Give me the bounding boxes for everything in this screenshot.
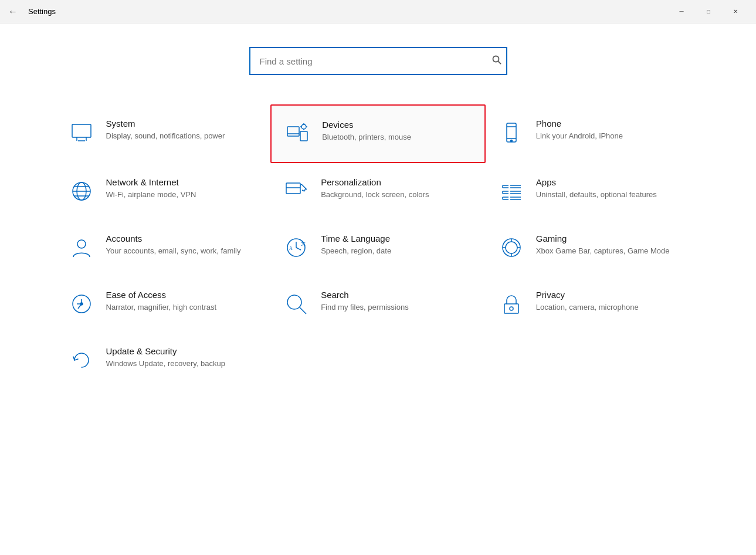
setting-desc-apps: Uninstall, defaults, optional features xyxy=(536,189,657,200)
setting-text-time: Time & Language Speech, region, date xyxy=(321,233,391,256)
svg-rect-23 xyxy=(286,183,300,194)
svg-line-47 xyxy=(296,248,301,250)
setting-desc-accounts: Your accounts, email, sync, work, family xyxy=(106,246,241,256)
search-input[interactable] xyxy=(249,47,507,75)
ease-icon xyxy=(67,290,96,318)
titlebar-title: Settings xyxy=(28,7,56,16)
titlebar: ← Settings ─ □ ✕ xyxy=(0,0,756,23)
titlebar-controls: ─ □ ✕ xyxy=(668,2,749,21)
setting-text-accounts: Accounts Your accounts, email, sync, wor… xyxy=(106,233,241,256)
svg-rect-61 xyxy=(504,304,518,313)
devices-icon xyxy=(283,120,311,148)
network-icon xyxy=(67,177,96,205)
time-icon: A 文 xyxy=(282,233,310,262)
search-icon xyxy=(282,290,310,318)
svg-point-58 xyxy=(80,303,83,305)
setting-name-gaming: Gaming xyxy=(536,233,670,243)
setting-desc-gaming: Xbox Game Bar, captures, Game Mode xyxy=(536,246,670,256)
svg-point-51 xyxy=(506,242,517,253)
svg-text:文: 文 xyxy=(301,241,306,246)
setting-item-accounts[interactable]: Accounts Your accounts, email, sync, wor… xyxy=(56,219,271,276)
setting-name-apps: Apps xyxy=(536,177,657,187)
svg-line-60 xyxy=(300,307,306,314)
svg-rect-14 xyxy=(507,123,516,142)
setting-name-search: Search xyxy=(321,290,409,300)
system-icon xyxy=(67,119,96,147)
setting-item-personalization[interactable]: Personalization Background, lock screen,… xyxy=(270,163,486,219)
svg-point-17 xyxy=(510,140,512,142)
setting-item-privacy[interactable]: Privacy Location, camera, microphone xyxy=(486,276,701,332)
setting-name-accounts: Accounts xyxy=(106,233,241,243)
setting-desc-phone: Link your Android, iPhone xyxy=(536,131,623,141)
setting-text-apps: Apps Uninstall, defaults, optional featu… xyxy=(536,177,657,200)
apps-icon xyxy=(497,177,526,205)
setting-desc-personalization: Background, lock screen, colors xyxy=(321,189,429,200)
setting-name-phone: Phone xyxy=(536,119,623,128)
setting-name-personalization: Personalization xyxy=(321,177,429,187)
search-icon xyxy=(492,55,501,65)
setting-desc-ease: Narrator, magnifier, high contrast xyxy=(106,302,217,313)
settings-grid: System Display, sound, notifications, po… xyxy=(56,104,701,388)
setting-name-network: Network & Internet xyxy=(106,177,196,187)
svg-rect-2 xyxy=(72,124,91,137)
setting-text-ease: Ease of Access Narrator, magnifier, high… xyxy=(106,290,217,313)
svg-text:A: A xyxy=(289,246,293,251)
svg-point-0 xyxy=(493,56,499,62)
setting-item-ease[interactable]: Ease of Access Narrator, magnifier, high… xyxy=(56,276,271,332)
setting-item-time[interactable]: A 文 Time & Language Speech, region, date xyxy=(270,219,486,276)
svg-point-62 xyxy=(510,307,513,310)
setting-text-privacy: Privacy Location, camera, microphone xyxy=(536,290,639,313)
setting-item-network[interactable]: Network & Internet Wi-Fi, airplane mode,… xyxy=(56,163,271,219)
setting-name-devices: Devices xyxy=(322,120,411,130)
setting-desc-time: Speech, region, date xyxy=(321,246,391,256)
svg-point-44 xyxy=(77,240,86,248)
svg-line-28 xyxy=(302,190,304,191)
search-button[interactable] xyxy=(492,55,501,67)
setting-desc-privacy: Location, camera, microphone xyxy=(536,302,639,313)
privacy-icon xyxy=(497,290,526,318)
svg-line-1 xyxy=(498,62,501,65)
svg-rect-6 xyxy=(287,127,299,136)
setting-text-devices: Devices Bluetooth, printers, mouse xyxy=(322,120,411,143)
setting-name-privacy: Privacy xyxy=(536,290,639,300)
setting-item-update[interactable]: Update & Security Windows Update, recove… xyxy=(56,332,271,388)
setting-name-update: Update & Security xyxy=(106,346,226,356)
setting-text-gaming: Gaming Xbox Game Bar, captures, Game Mod… xyxy=(536,233,670,256)
setting-desc-search: Find my files, permissions xyxy=(321,302,409,313)
maximize-button[interactable]: □ xyxy=(695,2,722,21)
setting-item-system[interactable]: System Display, sound, notifications, po… xyxy=(56,104,271,163)
update-icon xyxy=(67,346,96,374)
setting-item-phone[interactable]: Phone Link your Android, iPhone xyxy=(486,104,701,163)
setting-text-system: System Display, sound, notifications, po… xyxy=(106,119,225,141)
svg-point-9 xyxy=(301,124,306,129)
setting-item-gaming[interactable]: Gaming Xbox Game Bar, captures, Game Mod… xyxy=(486,219,701,276)
setting-item-devices[interactable]: Devices Bluetooth, printers, mouse xyxy=(270,104,486,163)
setting-text-search: Search Find my files, permissions xyxy=(321,290,409,313)
accounts-icon xyxy=(67,233,96,262)
setting-item-apps[interactable]: Apps Uninstall, defaults, optional featu… xyxy=(486,163,701,219)
svg-rect-7 xyxy=(300,131,307,141)
personalization-icon xyxy=(282,177,310,205)
setting-name-ease: Ease of Access xyxy=(106,290,217,300)
setting-desc-network: Wi-Fi, airplane mode, VPN xyxy=(106,189,196,200)
search-container xyxy=(249,47,507,75)
close-button[interactable]: ✕ xyxy=(722,2,749,21)
setting-desc-update: Windows Update, recovery, backup xyxy=(106,358,226,369)
svg-line-27 xyxy=(304,188,306,191)
setting-text-phone: Phone Link your Android, iPhone xyxy=(536,119,623,141)
setting-desc-devices: Bluetooth, printers, mouse xyxy=(322,132,411,143)
svg-point-59 xyxy=(287,295,301,309)
titlebar-left: ← Settings xyxy=(0,1,56,22)
phone-icon xyxy=(497,119,526,147)
setting-text-network: Network & Internet Wi-Fi, airplane mode,… xyxy=(106,177,196,200)
gaming-icon xyxy=(497,233,526,262)
setting-item-search[interactable]: Search Find my files, permissions xyxy=(270,276,486,332)
back-button[interactable]: ← xyxy=(2,1,23,22)
setting-name-time: Time & Language xyxy=(321,233,391,243)
minimize-button[interactable]: ─ xyxy=(668,2,695,21)
setting-desc-system: Display, sound, notifications, power xyxy=(106,131,225,141)
main-content: System Display, sound, notifications, po… xyxy=(0,23,756,555)
setting-text-update: Update & Security Windows Update, recove… xyxy=(106,346,226,369)
setting-name-system: System xyxy=(106,119,225,128)
svg-line-25 xyxy=(301,184,307,189)
